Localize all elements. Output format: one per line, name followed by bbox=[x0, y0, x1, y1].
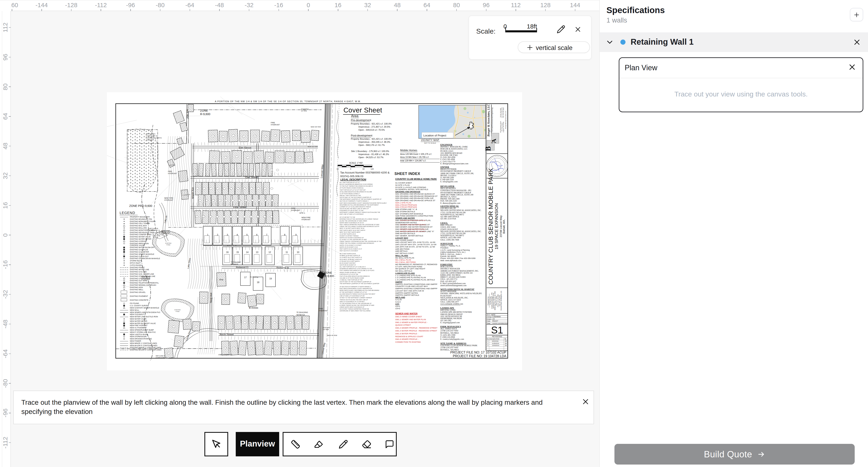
svg-text:ZONE: ZONE bbox=[324, 271, 332, 274]
svg-text:Location of Project: Location of Project bbox=[423, 134, 446, 137]
svg-text:ALLVIEW HEIGHTS THENCE SOUTH A: ALLVIEW HEIGHTS THENCE SOUTH ALONG THE W… bbox=[339, 293, 375, 295]
svg-text:EXISTING BOLLARD: EXISTING BOLLARD bbox=[130, 227, 147, 229]
svg-text:EXISTING TELEPHONE PEDESTAL: EXISTING TELEPHONE PEDESTAL bbox=[130, 282, 159, 284]
svg-text:SOUTH 80 44 19 EAST 20: SOUTH 80 44 19 EAST 20 bbox=[340, 264, 356, 266]
svg-text:ENGINEER: ENGINEER bbox=[440, 144, 453, 146]
svg-text:NEW SPEED/RUNOFF BUMP: NEW SPEED/RUNOFF BUMP bbox=[130, 329, 154, 331]
svg-text:ZONE PRD-9,600: ZONE PRD-9,600 bbox=[129, 204, 152, 208]
svg-text:GD1 GRADING AND DRAINAGE QUINC: GD1 GRADING AND DRAINAGE QUINCE ST bbox=[395, 193, 435, 195]
svg-text:16: 16 bbox=[226, 251, 228, 253]
svg-text:20' R/W: 20' R/W bbox=[301, 110, 307, 112]
svg-text:EXISTING CLEAN OUT: EXISTING CLEAN OUT bbox=[130, 255, 149, 257]
svg-text:SW7 SEWER, WATER DETAILS: SW7 SEWER, WATER DETAILS bbox=[395, 235, 423, 237]
svg-text:19 SPACE EXPANSION: 19 SPACE EXPANSION bbox=[494, 203, 499, 249]
svg-text:Open - 568,176 s.f.: Open - 568,176 s.f. 61.7% bbox=[359, 144, 385, 146]
svg-text:6: 6 bbox=[256, 234, 257, 236]
svg-text:E. dkenny@ipgmhc.com: E. dkenny@ipgmhc.com bbox=[440, 202, 460, 204]
svg-text:SEWER/WATER NOTES: SEWER/WATER NOTES bbox=[395, 221, 417, 224]
svg-text:FD FOUND: FD FOUND bbox=[130, 302, 139, 304]
svg-text:OF PLATS PAGES 29 AND 30 AND A: OF PLATS PAGES 29 AND 30 AND ALL bbox=[340, 187, 364, 189]
svg-text:0: 0 bbox=[350, 168, 351, 170]
svg-text:MORE PARTICULARLY DESCRIBED AS: MORE PARTICULARLY DESCRIBED AS FOLLOWS B… bbox=[340, 290, 379, 291]
svg-text:dboeger@boegerassociates.com: dboeger@boegerassociates.com bbox=[505, 111, 506, 129]
svg-text:NEW MINOR 1' CONTOUR LINES: NEW MINOR 1' CONTOUR LINES bbox=[130, 342, 157, 344]
svg-text:Civil and Environmental Engine: Civil and Environmental Engineering bbox=[491, 107, 493, 132]
svg-text:00 WEST 33 94 FEET NORTH 30: 00 WEST 33 94 FEET NORTH 30 bbox=[340, 255, 360, 256]
svg-text:Property Boundary - 921,421 s.: Property Boundary - 921,421 s.f. 100.0% bbox=[351, 138, 392, 140]
svg-text:SWPPP4 SWPPP DETAILS: SWPPP4 SWPPP DETAILS bbox=[395, 294, 419, 296]
svg-text:HYDRANT: HYDRANT bbox=[302, 219, 310, 221]
svg-text:232: 232 bbox=[492, 314, 495, 316]
svg-text:L-1 LANDSCAPE SITE PLAN: L-1 LANDSCAPE SITE PLAN bbox=[395, 274, 421, 277]
svg-text:LINE OF SAID LOT A DISTANCE OF: LINE OF SAID LOT A DISTANCE OF 330 bbox=[340, 295, 365, 297]
svg-text:SITE 1: SITE 1 bbox=[300, 212, 305, 214]
svg-text:A DISTANCE OF 330 43 FEET TO T: A DISTANCE OF 330 43 FEET TO THE bbox=[339, 210, 364, 211]
svg-text:VOLUME 12 OF PLATS PAGES 19 AN: VOLUME 12 OF PLATS PAGES 19 AND bbox=[340, 277, 364, 279]
svg-text:CREEK NORTH WEST A DISTANCE OF: CREEK NORTH WEST A DISTANCE OF bbox=[340, 306, 364, 308]
svg-text:LEGEND: LEGEND bbox=[120, 211, 135, 215]
svg-text:CREEK THE FOLLOWING COURSES AN: CREEK THE FOLLOWING COURSES AND DISTANCE… bbox=[340, 243, 374, 244]
svg-text:HYDRANT: HYDRANT bbox=[319, 310, 328, 312]
svg-text:19: 19 bbox=[269, 277, 272, 280]
svg-text:LW4 20TH AVE W STA. 10+50 TO S: LW4 20TH AVE W STA. 10+50 TO STA. 11+50 bbox=[395, 246, 435, 248]
svg-text:NEW WALL: NEW WALL bbox=[130, 309, 139, 311]
svg-text:L-2 LANDSCAPE PLANTING PLAN: L-2 LANDSCAPE PLANTING PLAN bbox=[395, 276, 426, 279]
svg-text:003741-005.006.03: 003741-005.006.03 bbox=[340, 175, 363, 178]
svg-text:NEW STORM BASIN: NEW STORM BASIN bbox=[130, 336, 147, 338]
svg-text:Area 120 MH Exist = 105,175 s.: Area 120 MH Exist = 105,175 s.f. bbox=[400, 153, 432, 155]
svg-text:NEW FIRE HYDRANT: NEW FIRE HYDRANT bbox=[130, 324, 148, 326]
svg-text:EXISTING WATER METER: EXISTING WATER METER bbox=[130, 238, 151, 240]
svg-text:SW1.5 WATER PROFILE -: SW1.5 WATER PROFILE - bbox=[395, 333, 418, 335]
svg-text:Boeger & Associates, LLC: Boeger & Associates, LLC bbox=[487, 104, 490, 137]
svg-text:11: 11 bbox=[285, 251, 288, 253]
svg-text:ALL THAT PORTION OF LOT 13: ALL THAT PORTION OF LOT 13 bbox=[339, 182, 360, 183]
svg-text:GD4.1 SITE PLAN: GD4.1 SITE PLAN bbox=[395, 201, 411, 204]
svg-text:1: 1 bbox=[207, 234, 208, 236]
svg-text:CONTINUES NORTH: CONTINUES NORTH bbox=[146, 137, 162, 139]
svg-text:CENTERLINE OF SAID CREEK THE F: CENTERLINE OF SAID CREEK THE FOLLOWING bbox=[340, 310, 371, 312]
svg-text:NEW FIRE: NEW FIRE bbox=[161, 230, 170, 232]
svg-text:120: 120 bbox=[371, 168, 374, 170]
svg-text:GD4.2 ROAD PROFILES: GD4.2 ROAD PROFILES bbox=[395, 204, 417, 206]
svg-text:EXISTING WATER VALVE: EXISTING WATER VALVE bbox=[130, 236, 151, 238]
svg-text:NEW WATER VALVE: NEW WATER VALVE bbox=[130, 318, 147, 320]
svg-text:NEW WATER BLOWOFF VALVE: NEW WATER BLOWOFF VALVE bbox=[130, 322, 156, 324]
svg-text:Design: Design bbox=[487, 316, 492, 318]
svg-text:LW2 LOCUST WAY STA. 8+50 TO ST: LW2 LOCUST WAY STA. 8+50 TO STA. 14+50 bbox=[395, 241, 435, 243]
svg-text:NEW 8" STORM LINE 3034 PVC: NEW 8" STORM LINE 3034 PVC bbox=[130, 331, 156, 333]
svg-text:CESCL: CESCL bbox=[440, 222, 448, 224]
svg-text:Open - 649,614 s.f.: Open - 649,614 s.f. 70.5% bbox=[359, 129, 385, 131]
svg-text:EXISTING SAN. SEWER LINE: EXISTING SAN. SEWER LINE bbox=[130, 273, 154, 275]
svg-text:P.O. Box 21623: P.O. Box 21623 bbox=[501, 123, 503, 131]
svg-text:53 EAST 41 38 FEET THENCE: 53 EAST 41 38 FEET THENCE bbox=[340, 235, 359, 237]
svg-text:SITE NAME & ADDRESS: SITE NAME & ADDRESS bbox=[440, 342, 466, 344]
svg-text:EXISTING GAS METER: EXISTING GAS METER bbox=[130, 251, 149, 253]
svg-text:EXISTING MONITORING WELL: EXISTING MONITORING WELL bbox=[130, 229, 155, 231]
svg-text:GD4 GRADING AND DRAINAGE SPRUC: GD4 GRADING AND DRAINAGE SPRUCE ST bbox=[395, 199, 435, 201]
svg-text:S1 COVER SHEET: S1 COVER SHEET bbox=[395, 182, 412, 184]
svg-text:Redwood St: Redwood St bbox=[277, 267, 289, 269]
svg-text:ZONE: ZONE bbox=[200, 109, 208, 112]
svg-text:HYDRANT: HYDRANT bbox=[161, 232, 170, 234]
svg-text:13: 13 bbox=[256, 251, 258, 253]
svg-text:Impervious - 353,245 s.f. 38: Impervious - 353,245 s.f. 38.3% bbox=[359, 141, 391, 143]
svg-text:Phone: 425-252-1884 | Fax 425-: Phone: 425-252-1884 | Fax 425-339-0269 bbox=[440, 257, 475, 259]
svg-text:EXISTING BOUNDARY PIN: EXISTING BOUNDARY PIN bbox=[130, 218, 152, 220]
svg-text:SCALE: 1"=60': SCALE: 1"=60' bbox=[349, 162, 363, 164]
svg-text:NEW MAJOR 5' CONTOUR LINES: NEW MAJOR 5' CONTOUR LINES bbox=[130, 344, 157, 347]
svg-text:75' BUILDING: 75' BUILDING bbox=[297, 311, 308, 313]
svg-text:47 55 EAST 80 10 FEET NORTH: 47 55 EAST 80 10 FEET NORTH bbox=[340, 260, 360, 262]
svg-text:EXISTING: EXISTING bbox=[301, 108, 309, 110]
svg-text:5205 S. 2nd Ave., Suite A: 5205 S. 2nd Ave., Suite A bbox=[440, 253, 462, 255]
svg-text:NEW V-NOTCH BASIN: NEW V-NOTCH BASIN bbox=[130, 334, 148, 336]
svg-text:Phone: 949-440-2300: Phone: 949-440-2300 bbox=[497, 294, 499, 307]
svg-text:EXISTING CELL TOWER: EXISTING CELL TOWER bbox=[130, 222, 150, 224]
svg-text:E. dboeger@boegerassociates.co: E. dboeger@boegerassociates.com bbox=[440, 162, 468, 165]
svg-text:9: 9 bbox=[295, 234, 297, 236]
svg-text:SW1.4 WATER PROFILE - REDWOOD: SW1.4 WATER PROFILE - REDWOOD STREET bbox=[395, 330, 437, 332]
svg-text:9/20/2018: 9/20/2018 bbox=[492, 340, 498, 342]
svg-text:CREEK THE FOLLOWING COURSES AN: CREEK THE FOLLOWING COURSES AND DISTANCE… bbox=[340, 226, 379, 227]
svg-text:BOTHELL, WA 98021: BOTHELL, WA 98021 bbox=[440, 349, 459, 351]
svg-text:Shop Ave: Shop Ave bbox=[210, 293, 213, 303]
svg-text:Fax: 541.302.4968: Fax: 541.302.4968 bbox=[503, 107, 504, 118]
